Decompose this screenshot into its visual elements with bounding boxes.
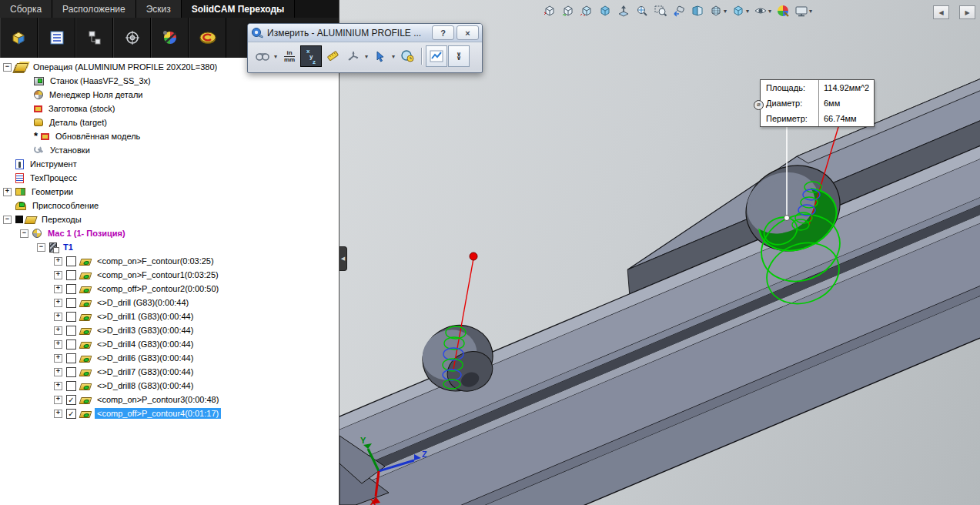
toolbar-separator — [421, 48, 423, 65]
apply-scene-button[interactable]: ▾ — [793, 2, 814, 20]
tree-row-d-drill1[interactable]: +<>D_drill1 (G83)(0:00:44) — [0, 309, 339, 323]
zoom-to-area-button[interactable] — [652, 2, 669, 20]
caret-down-icon[interactable]: ▾ — [768, 8, 771, 15]
expander-plus-icon[interactable]: + — [54, 257, 62, 266]
operation-checkbox[interactable]: ✓ — [66, 409, 76, 419]
tree-row-stock[interactable]: Заготовка (stock) — [0, 102, 339, 115]
cam-operation-icon — [79, 286, 92, 293]
view-cube-1-button[interactable] — [541, 2, 558, 20]
caret-down-icon[interactable]: ▾ — [274, 53, 277, 60]
caret-down-icon[interactable]: ▾ — [809, 8, 812, 15]
point-to-point-icon — [346, 49, 361, 63]
section-view-button[interactable] — [689, 2, 706, 20]
tree-row-geometries[interactable]: +Геометрии — [0, 185, 339, 199]
caret-down-icon[interactable]: ▾ — [724, 8, 727, 15]
tree-row-d-drill4[interactable]: +<>D_drill4 (G83)(0:00:44) — [0, 337, 339, 351]
operation-checkbox[interactable] — [66, 312, 76, 322]
tree-row-p-contour2[interactable]: +<comp_off>P_contour2(0:00:50) — [0, 282, 339, 296]
toolbar-overflow-left-button[interactable]: ◀ — [933, 5, 949, 19]
toolbar-overflow-right-button[interactable]: ▶ — [959, 5, 975, 19]
operation-checkbox[interactable] — [66, 298, 76, 308]
zoom-to-fit-button[interactable] — [634, 2, 651, 20]
operation-checkbox[interactable] — [66, 270, 76, 280]
display-style-button[interactable]: ▾ — [730, 2, 751, 20]
tree-row-d-drill6[interactable]: +<>D_drill6 (G83)(0:00:44) — [0, 351, 339, 365]
caret-down-icon[interactable]: ▾ — [746, 8, 749, 15]
tab-assembly[interactable]: Сборка — [0, 0, 52, 18]
asterisk-marker: * — [34, 132, 38, 140]
solidcam-manager-tab[interactable] — [189, 18, 226, 58]
expander-plus-icon[interactable]: + — [3, 188, 12, 196]
drill-axis-point[interactable] — [470, 252, 477, 260]
edit-appearance-button[interactable] — [774, 2, 791, 20]
tree-row-f-contour1[interactable]: +<comp_on>F_contour1(0:03:25) — [0, 268, 339, 282]
operation-checkbox[interactable] — [66, 326, 76, 336]
tree-row-settings[interactable]: Установки — [0, 143, 339, 157]
feature-manager-tab[interactable] — [38, 18, 75, 58]
measure-dialog-titlebar[interactable]: Измерить - ALUMINIUM PROFILE ... ? × — [248, 24, 482, 42]
operation-checkbox[interactable]: ✓ — [66, 395, 76, 405]
tree-row-mac1-position[interactable]: −Мас 1 (1- Позиция) — [0, 226, 339, 240]
configurations-tab[interactable] — [75, 18, 113, 58]
operation-checkbox[interactable] — [66, 381, 76, 391]
ruler-icon — [325, 48, 340, 64]
ruler-angle-button[interactable] — [323, 46, 343, 66]
previous-view-button[interactable] — [671, 2, 687, 20]
shaded-cube-button[interactable] — [597, 2, 614, 20]
tree-row-tech-process[interactable]: ТехПроцесс — [0, 171, 339, 185]
caret-down-icon[interactable]: ▾ — [392, 53, 395, 60]
help-button[interactable]: ? — [432, 25, 454, 40]
expander-minus-icon[interactable]: − — [3, 216, 12, 224]
point-to-point-button[interactable] — [343, 46, 363, 66]
tree-row-d-drill8[interactable]: +<>D_drill8 (G83)(0:00:44) — [0, 379, 339, 393]
tab-sketch[interactable]: Эскиз — [136, 0, 182, 18]
hide-show-items-button[interactable]: ▾ — [752, 2, 773, 20]
tree-row-target[interactable]: Деталь (target) — [0, 115, 339, 129]
tree-row-updated-model[interactable]: *Обновлённая модель — [0, 129, 339, 143]
3d-viewport[interactable]: Y Z X ▾ ▾ ▾ ▾ ◀ ▶ ⌀ — [339, 0, 980, 505]
display-manager-tab[interactable] — [151, 18, 189, 58]
tree-row-machine[interactable]: Станок (HaasVF2_SS_3x) — [0, 74, 339, 88]
measure-dialog[interactable]: Измерить - ALUMINIUM PROFILE ... ? × ▾ i… — [247, 23, 483, 73]
normal-to-button[interactable] — [615, 2, 632, 20]
part-tree-tab[interactable] — [0, 18, 38, 58]
show-xyz-measurements-button[interactable]: xyz — [300, 45, 322, 67]
view-orientation-button[interactable]: ▾ — [707, 2, 728, 20]
tree-row-d-drill3[interactable]: +<>D_drill3 (G83)(0:00:44) — [0, 323, 339, 337]
operation-checkbox[interactable] — [66, 256, 76, 266]
tree-row-f-contour[interactable]: +<comp_on>F_contour(0:03:25) — [0, 254, 339, 268]
close-button[interactable]: × — [457, 25, 479, 40]
tab-solidcam-operations[interactable]: SolidCAM Переходы — [182, 0, 296, 18]
panel-collapse-handle[interactable]: ◀ — [339, 246, 347, 271]
units-in-mm-button[interactable]: inmm — [279, 46, 299, 66]
dimxpert-tab[interactable] — [113, 18, 151, 58]
expander-minus-icon[interactable]: − — [20, 229, 28, 238]
tree-row-tool-t1[interactable]: −T1 — [0, 240, 339, 254]
tree-row-transitions[interactable]: −Переходы — [0, 212, 339, 226]
tree-row-fixture[interactable]: Приспособление — [0, 199, 339, 212]
operation-checkbox[interactable] — [66, 353, 76, 363]
viewport-3d-scene[interactable]: Y Z X — [339, 0, 980, 505]
measurement-history-button[interactable] — [397, 46, 417, 66]
caret-down-icon[interactable]: ▾ — [365, 53, 368, 60]
operation-checkbox[interactable] — [66, 284, 76, 294]
operation-checkbox[interactable] — [66, 339, 76, 349]
operation-checkbox[interactable] — [66, 367, 76, 377]
arc-circle-measure-button[interactable] — [253, 46, 273, 66]
tree-row-d-drill[interactable]: +<>D_drill (G83)(0:00:44) — [0, 296, 339, 309]
view-cube-2-button[interactable] — [560, 2, 577, 20]
expand-dialog-button[interactable]: ∨∨ — [448, 45, 470, 67]
tree-row-d-drill7[interactable]: +<>D_drill7 (G83)(0:00:44) — [0, 365, 339, 379]
expander-minus-icon[interactable]: − — [37, 243, 45, 252]
view-cube-3-button[interactable] — [578, 2, 595, 20]
tab-layout[interactable]: Расположение — [52, 0, 136, 18]
create-sensor-button[interactable] — [426, 45, 447, 67]
tree-row-p-contour3[interactable]: +✓<comp_on>P_contour3(0:00:48) — [0, 393, 339, 406]
aluminium-profile-model[interactable] — [339, 34, 980, 505]
expander-minus-icon[interactable]: − — [3, 63, 12, 72]
tree-row-zero-manager[interactable]: Менеджер Ноля детали — [0, 88, 339, 102]
tree-row-p-contour4-selected[interactable]: +✓<comp_off>P_contour4(0:01:17) — [0, 406, 339, 420]
cam-operation-icon — [79, 314, 92, 321]
selection-filter-button[interactable] — [370, 46, 390, 66]
tree-row-tool[interactable]: Инструмент — [0, 157, 339, 171]
